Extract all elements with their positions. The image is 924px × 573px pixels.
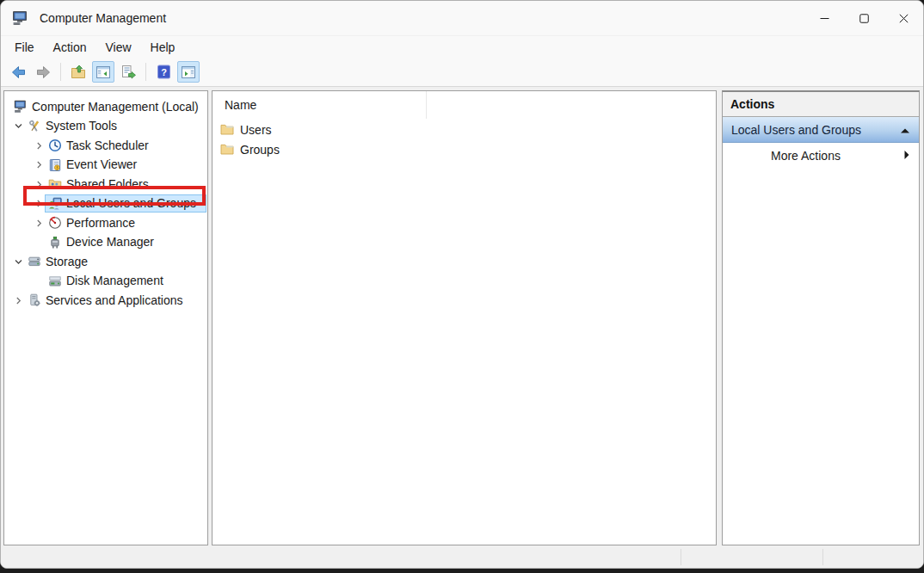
tree-item-storage[interactable]: Storage	[4, 252, 207, 272]
console-tree: Computer Management (Local)	[4, 91, 207, 311]
tree-item-label: Services and Applications	[45, 293, 187, 309]
maximize-icon	[859, 14, 869, 23]
work-area: Computer Management (Local)	[1, 86, 923, 546]
title-bar: Computer Management	[1, 1, 923, 35]
actions-pane-title: Actions	[723, 92, 919, 117]
column-header-name[interactable]: Name	[225, 98, 256, 112]
chevron-right-icon[interactable]	[33, 219, 46, 228]
details-list-pane: Name Users Grou	[212, 90, 717, 545]
toolbar: ?	[1, 59, 923, 85]
forward-arrow-icon	[36, 65, 51, 79]
storage-icon	[27, 255, 41, 268]
chevron-right-icon[interactable]	[33, 180, 46, 189]
svg-text:?: ?	[161, 67, 167, 77]
tree-item-label: System Tools	[45, 118, 120, 134]
help-icon: ?	[157, 65, 171, 79]
actions-title-label: Actions	[730, 97, 774, 111]
computer-management-app-icon	[12, 9, 31, 27]
more-actions-item[interactable]: More Actions	[723, 143, 919, 168]
list-column-header-row: Name	[213, 91, 716, 120]
menu-file[interactable]: File	[5, 38, 44, 57]
tools-icon	[27, 120, 41, 133]
shared-folder-icon	[47, 177, 62, 191]
minimize-icon	[820, 14, 829, 23]
show-console-tree-button[interactable]	[92, 61, 114, 83]
tree-item-event-viewer[interactable]: Event Viewer	[4, 156, 207, 176]
tree-item-task-scheduler[interactable]: Task Scheduler	[4, 136, 207, 156]
clock-icon	[47, 139, 62, 152]
window-controls	[804, 1, 923, 35]
close-icon	[899, 14, 909, 23]
toolbar-separator	[60, 63, 61, 81]
tree-item-label: Storage	[45, 254, 91, 270]
tree-item-device-manager[interactable]: Device Manager	[4, 233, 207, 253]
window-title: Computer Management	[40, 11, 166, 25]
tree-item-label: Performance	[65, 215, 139, 231]
console-tree-panel-icon	[95, 65, 111, 79]
list-item-label: Groups	[240, 143, 280, 157]
tree-item-performance[interactable]: Performance	[4, 213, 207, 233]
collapse-arrow-icon[interactable]	[900, 123, 910, 137]
folder-icon	[220, 143, 235, 157]
maximize-button[interactable]	[844, 1, 884, 35]
tree-item-label: Computer Management (Local)	[31, 99, 202, 115]
tree-item-disk-management[interactable]: Disk Management	[4, 272, 207, 292]
tree-item-local-users-and-groups[interactable]: Local Users and Groups	[4, 194, 207, 214]
chevron-right-icon[interactable]	[12, 296, 25, 305]
tree-item-shared-folders[interactable]: Shared Folders	[4, 175, 207, 194]
users-icon	[47, 197, 62, 211]
disk-icon	[47, 274, 62, 288]
help-button[interactable]: ?	[152, 61, 175, 83]
minimize-button[interactable]	[804, 1, 844, 35]
more-actions-label: More Actions	[771, 149, 903, 163]
export-list-button[interactable]	[117, 61, 139, 83]
tree-item-system-tools[interactable]: System Tools	[4, 117, 207, 137]
list-item-groups[interactable]: Groups	[213, 139, 716, 159]
close-button[interactable]	[884, 1, 923, 35]
menu-bar: File Action View Help	[1, 35, 923, 59]
tree-item-label: Task Scheduler	[65, 138, 152, 154]
column-divider[interactable]	[426, 91, 427, 119]
actions-pane: Actions Local Users and Groups More Acti…	[722, 90, 920, 545]
actions-group-label: Local Users and Groups	[731, 123, 900, 137]
folder-icon	[220, 123, 235, 137]
toolbar-separator	[145, 63, 146, 81]
statusbar-divider	[681, 549, 681, 565]
submenu-arrow-icon	[903, 149, 910, 163]
chevron-right-icon[interactable]	[33, 141, 46, 151]
list-item-label: Users	[240, 123, 272, 137]
tree-item-computer-management[interactable]: Computer Management (Local)	[4, 97, 207, 117]
console-tree-pane: Computer Management (Local)	[3, 90, 208, 545]
device-icon	[47, 236, 62, 250]
event-log-icon	[47, 158, 62, 172]
actions-group-local-users-and-groups[interactable]: Local Users and Groups	[723, 117, 919, 143]
back-arrow-icon	[11, 65, 26, 79]
tree-item-services-and-applications[interactable]: Services and Applications	[4, 291, 207, 311]
chevron-right-icon[interactable]	[33, 199, 46, 208]
list-item-users[interactable]: Users	[213, 120, 716, 139]
services-icon	[27, 293, 41, 307]
tree-item-label: Device Manager	[65, 234, 157, 250]
tree-item-label: Local Users and Groups	[65, 195, 200, 212]
show-action-pane-button[interactable]	[177, 61, 200, 83]
status-bar	[1, 546, 923, 568]
chevron-down-icon[interactable]	[12, 121, 25, 131]
tree-item-label: Shared Folders	[65, 176, 152, 193]
up-folder-icon	[71, 65, 86, 79]
menu-help[interactable]: Help	[141, 38, 185, 57]
chevron-down-icon[interactable]	[12, 257, 25, 267]
back-button[interactable]	[7, 61, 29, 83]
up-one-level-button[interactable]	[67, 61, 89, 83]
forward-button[interactable]	[32, 61, 54, 83]
computer-icon	[13, 100, 28, 114]
tree-item-label: Disk Management	[65, 273, 167, 289]
menu-action[interactable]: Action	[44, 38, 96, 57]
action-pane-panel-icon	[181, 65, 196, 79]
computer-management-window: Computer Management File Action View Hel…	[0, 0, 924, 569]
tree-item-label: Event Viewer	[65, 157, 140, 173]
statusbar-divider	[822, 549, 823, 565]
gauge-icon	[47, 216, 62, 230]
menu-view[interactable]: View	[95, 38, 140, 57]
chevron-right-icon[interactable]	[33, 160, 46, 169]
export-list-icon	[120, 65, 136, 79]
